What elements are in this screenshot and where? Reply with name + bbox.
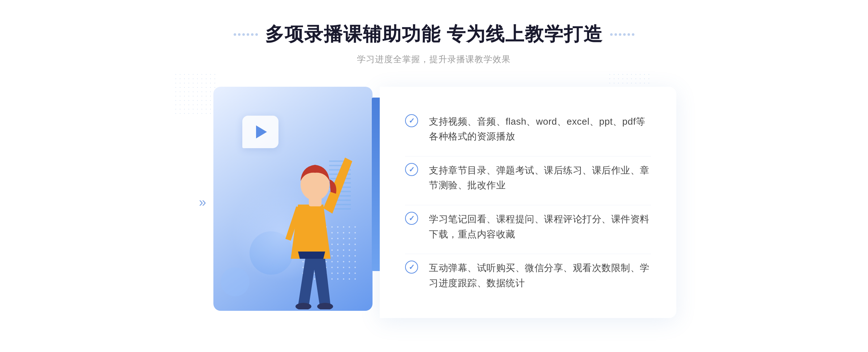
title-dot-11	[627, 33, 630, 36]
page-subtitle: 学习进度全掌握，提升录播课教学效果	[234, 53, 634, 65]
title-dot-10	[623, 33, 626, 36]
title-dot-12	[632, 33, 634, 36]
title-decoration-right	[610, 33, 634, 36]
check-circle-3: ✓	[405, 212, 418, 225]
check-circle-2: ✓	[405, 163, 418, 176]
title-dot-9	[619, 33, 621, 36]
check-circle-1: ✓	[405, 114, 418, 127]
circle-decoration-2	[221, 267, 250, 296]
title-dot-8	[614, 33, 617, 36]
feature-item-4: ✓ 互动弹幕、试听购买、微信分享、观看次数限制、学习进度跟踪、数据统计	[405, 254, 651, 297]
title-dot-7	[610, 33, 613, 36]
blue-vertical-bar	[372, 98, 380, 271]
header-section: 多项录播课辅助功能 专为线上教学打造 学习进度全掌握，提升录播课教学效果	[234, 22, 634, 65]
feature-text-3: 学习笔记回看、课程提问、课程评论打分、课件资料下载，重点内容收藏	[429, 212, 651, 242]
content-panel: ✓ 支持视频、音频、flash、word、excel、ppt、pdf等各种格式的…	[380, 87, 676, 318]
chevron-icon: »	[199, 194, 206, 210]
illustration-background	[213, 87, 373, 311]
feature-text-1: 支持视频、音频、flash、word、excel、ppt、pdf等各种格式的资源…	[429, 114, 651, 144]
illustration-container: »	[192, 80, 380, 325]
check-mark-3: ✓	[409, 215, 415, 222]
person-illustration	[258, 114, 373, 311]
feature-item-2: ✓ 支持章节目录、弹题考试、课后练习、课后作业、章节测验、批改作业	[405, 156, 651, 199]
title-dot-1	[234, 33, 236, 36]
check-mark-2: ✓	[409, 166, 415, 173]
title-dot-5	[251, 33, 254, 36]
title-dot-4	[247, 33, 249, 36]
check-circle-4: ✓	[405, 261, 418, 274]
check-mark-1: ✓	[409, 117, 415, 124]
feature-item-3: ✓ 学习笔记回看、课程提问、课程评论打分、课件资料下载，重点内容收藏	[405, 205, 651, 248]
chevrons-left: »	[199, 194, 206, 210]
main-content: »	[181, 80, 687, 325]
page-container: 多项录播课辅助功能 专为线上教学打造 学习进度全掌握，提升录播课教学效果 »	[0, 0, 868, 352]
feature-text-2: 支持章节目录、弹题考试、课后练习、课后作业、章节测验、批改作业	[429, 163, 651, 193]
title-dot-2	[238, 33, 241, 36]
feature-text-4: 互动弹幕、试听购买、微信分享、观看次数限制、学习进度跟踪、数据统计	[429, 261, 651, 291]
check-mark-4: ✓	[409, 263, 415, 271]
title-dot-3	[242, 33, 245, 36]
title-decoration-left	[234, 33, 258, 36]
feature-item-1: ✓ 支持视频、音频、flash、word、excel、ppt、pdf等各种格式的…	[405, 108, 651, 151]
title-dot-6	[255, 33, 258, 36]
main-title: 多项录播课辅助功能 专为线上教学打造	[265, 22, 603, 47]
title-row: 多项录播课辅助功能 专为线上教学打造	[234, 22, 634, 47]
